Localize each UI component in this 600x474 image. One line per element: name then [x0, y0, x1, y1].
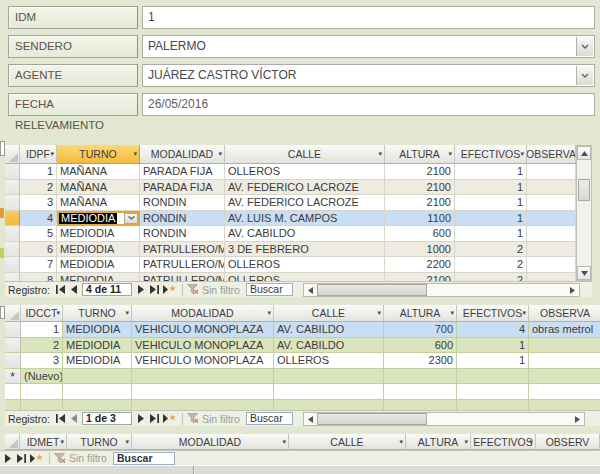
column-header-altura[interactable]: ALTURA▾: [406, 434, 471, 450]
dropdown-icon[interactable]: ▾: [464, 437, 468, 445]
select-all-corner[interactable]: [5, 145, 20, 164]
table-row-clipped[interactable]: 8 MEDIODIA PATRULLERO/MOVIL OLLEROS 2100…: [5, 273, 576, 282]
table-row[interactable]: 3 MAÑANA RONDIN AV. FEDERICO LACROZE 210…: [5, 195, 576, 211]
cell-modalidad[interactable]: RONDIN: [140, 211, 225, 227]
cell-efectivos[interactable]: 4: [457, 322, 529, 338]
cell-idpf[interactable]: 2: [20, 180, 57, 196]
cell-efectivos[interactable]: 1: [455, 226, 527, 242]
column-header-observa[interactable]: OBSERVA: [527, 145, 576, 164]
first-record-button[interactable]: [54, 412, 67, 425]
cell-efectivos[interactable]: 1: [455, 180, 527, 196]
new-record-button[interactable]: [160, 283, 178, 296]
cell-efectivos[interactable]: 1: [455, 211, 527, 227]
dropdown-icon[interactable]: ▾: [282, 437, 286, 445]
scrollbar-track[interactable]: [317, 284, 566, 296]
cell-observa[interactable]: [527, 242, 576, 258]
active-row-selector[interactable]: [5, 211, 20, 227]
column-header-calle[interactable]: CALLE▾: [225, 145, 385, 164]
cell-altura[interactable]: 2300: [384, 353, 457, 369]
filter-button[interactable]: Sin filtro: [187, 413, 240, 425]
dropdown-icon[interactable]: ▾: [520, 150, 524, 158]
cell-turno[interactable]: MAÑANA: [57, 164, 140, 180]
cell-calle[interactable]: AV. LUIS M. CAMPOS: [225, 211, 385, 227]
table-row[interactable]: 2 MEDIODIA VEHICULO MONOPLAZA AV. CABILD…: [5, 338, 600, 354]
cell-calle[interactable]: AV. FEDERICO LACROZE: [225, 195, 385, 211]
cell-turno-editing[interactable]: MEDIODIA: [57, 211, 140, 227]
column-header-idmet[interactable]: IDMET▾: [20, 434, 67, 450]
row-selector[interactable]: [5, 257, 20, 273]
last-record-button[interactable]: [147, 283, 160, 296]
chevron-down-icon[interactable]: [124, 213, 138, 225]
dropdown-icon[interactable]: ▾: [450, 309, 454, 317]
cell-calle[interactable]: AV. CABILDO: [274, 322, 384, 338]
row-selector[interactable]: [5, 242, 20, 258]
row-selector[interactable]: [5, 322, 21, 338]
cell-calle[interactable]: AV. CABILDO: [225, 226, 385, 242]
horizontal-scrollbar[interactable]: [303, 283, 580, 297]
cell-modalidad[interactable]: RONDIN: [140, 195, 225, 211]
table-row-selected[interactable]: 4 MEDIODIA RONDIN AV. LUIS M. CAMPOS 110…: [5, 211, 576, 227]
dropdown-icon[interactable]: ▾: [399, 437, 403, 445]
cell-calle[interactable]: OLLEROS: [225, 164, 385, 180]
column-header-observ[interactable]: OBSERV: [536, 434, 600, 450]
dropdown-icon[interactable]: ▾: [267, 309, 271, 317]
column-header-altura[interactable]: ALTURA▾: [384, 305, 457, 322]
new-record-button[interactable]: [27, 452, 45, 465]
search-box[interactable]: Buscar: [246, 283, 293, 296]
cell-idpf[interactable]: 5: [20, 226, 57, 242]
cell-calle[interactable]: AV. FEDERICO LACROZE: [225, 180, 385, 196]
cell-altura[interactable]: 600: [385, 226, 455, 242]
scroll-right-button[interactable]: [566, 284, 579, 296]
cell-modalidad[interactable]: PATRULLERO/MOVIL: [140, 242, 225, 258]
cell-calle[interactable]: OLLEROS: [225, 273, 385, 282]
dropdown-icon[interactable]: ▾: [218, 150, 222, 158]
table-row-selected[interactable]: 1 MEDIODIA VEHICULO MONOPLAZA AV. CABILD…: [5, 322, 600, 338]
next-record-button[interactable]: [134, 412, 147, 425]
cell-altura[interactable]: 2100: [385, 195, 455, 211]
scroll-right-button[interactable]: [571, 413, 584, 425]
chevron-down-icon[interactable]: [576, 66, 593, 85]
cell-efectivos[interactable]: 2: [455, 257, 527, 273]
scroll-left-button[interactable]: [304, 413, 317, 425]
cell-observa[interactable]: [527, 164, 576, 180]
horizontal-scrollbar[interactable]: [303, 412, 585, 426]
cell-observa[interactable]: [529, 353, 600, 369]
table-row[interactable]: 7 MEDIODIA PATRULLERO/MOVIL OLLEROS 2200…: [5, 257, 576, 273]
column-header-calle[interactable]: CALLE▾: [274, 305, 384, 322]
column-header-modalidad[interactable]: MODALIDAD▾: [132, 434, 289, 450]
column-header-idpf[interactable]: IDPF▾: [20, 145, 57, 164]
column-header-turno[interactable]: TURNO▾: [63, 305, 132, 322]
cell-efectivos[interactable]: 2: [455, 242, 527, 258]
cell-idcct[interactable]: 2: [21, 338, 63, 354]
chevron-down-icon[interactable]: [576, 37, 593, 56]
record-counter[interactable]: 1 de 3: [82, 412, 132, 425]
row-selector[interactable]: [5, 226, 20, 242]
cell-turno[interactable]: MEDIODIA: [57, 226, 140, 242]
cell-observa[interactable]: [527, 273, 576, 282]
filter-button[interactable]: Sin filtro: [187, 284, 240, 296]
dropdown-icon[interactable]: ▾: [125, 309, 129, 317]
cell-modalidad[interactable]: VEHICULO MONOPLAZA: [132, 338, 274, 354]
dropdown-icon[interactable]: ▾: [377, 309, 381, 317]
cell-calle[interactable]: 3 DE FEBRERO: [225, 242, 385, 258]
scroll-left-button[interactable]: [304, 284, 317, 296]
cell-modalidad[interactable]: PATRULLERO/MOVIL: [140, 257, 225, 273]
cell-efectivos[interactable]: 1: [455, 164, 527, 180]
sendero-combo[interactable]: PALERMO: [142, 35, 595, 58]
agente-combo[interactable]: JUÁREZ CASTRO VÍCTOR: [142, 64, 595, 87]
select-all-corner[interactable]: [5, 305, 21, 322]
column-header-turno[interactable]: TURNO▾: [57, 145, 140, 164]
row-selector[interactable]: [5, 273, 20, 282]
scrollbar-thumb[interactable]: [317, 284, 427, 296]
cell-altura[interactable]: 1000: [385, 242, 455, 258]
table-row[interactable]: 1 MAÑANA PARADA FIJA OLLEROS 2100 1: [5, 164, 576, 180]
cell-empty[interactable]: [274, 369, 384, 385]
cell-turno[interactable]: MEDIODIA: [63, 322, 132, 338]
cell-idpf[interactable]: 7: [20, 257, 57, 273]
dropdown-icon[interactable]: ▾: [56, 309, 60, 317]
cell-efectivos[interactable]: 1: [455, 195, 527, 211]
scroll-up-button[interactable]: [577, 146, 591, 160]
cell-efectivos[interactable]: 2: [455, 273, 527, 282]
cell-turno[interactable]: MEDIODIA: [57, 242, 140, 258]
scrollbar-thumb[interactable]: [578, 179, 590, 201]
